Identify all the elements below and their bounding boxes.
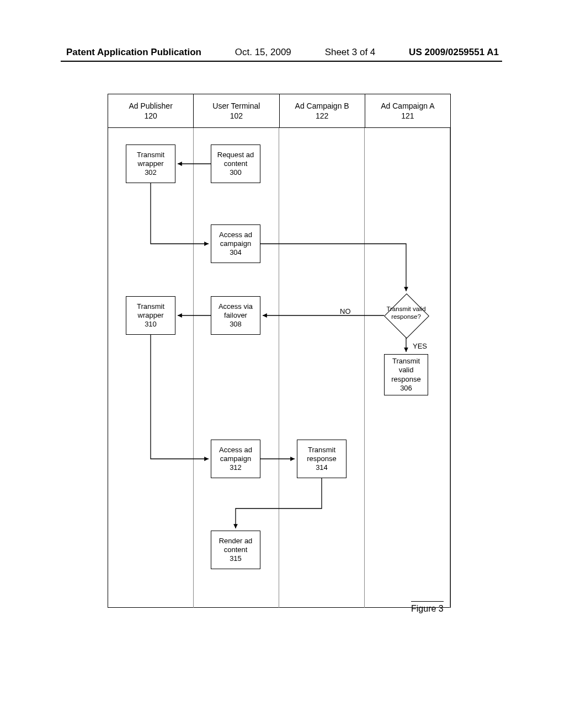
box-308-access-via-failover: Access via failover 308 — [211, 296, 260, 335]
lane-title: Ad Publisher — [129, 101, 172, 110]
lane-header-user-terminal: User Terminal 102 — [194, 94, 279, 127]
lane-header-ad-campaign-b: Ad Campaign B 122 — [280, 94, 365, 127]
lane-title: Ad Campaign A — [381, 101, 434, 110]
lane-ref-num: 121 — [401, 111, 414, 120]
box-text: Transmit wrapper — [129, 151, 173, 169]
lane-header-ad-publisher: Ad Publisher 120 — [108, 94, 194, 127]
document-number: US 2009/0259551 A1 — [409, 47, 499, 58]
lane-title: Ad Campaign B — [295, 101, 349, 110]
decision-yes-label: YES — [413, 342, 427, 350]
box-302-transmit-wrapper: Transmit wrapper 302 — [126, 144, 175, 183]
sheet-number: Sheet 3 of 4 — [325, 47, 376, 58]
figure-label: Figure 3 — [411, 601, 444, 614]
box-315-render-ad-content: Render ad content 315 — [211, 531, 260, 569]
lanes-body: Request ad content 300 Transmit wrapper … — [108, 128, 450, 608]
page-header: Patent Application Publication Oct. 15, … — [0, 47, 565, 58]
box-ref-num: 310 — [129, 320, 173, 329]
box-text: Access ad campaign — [214, 446, 258, 464]
box-ref-num: 308 — [214, 320, 258, 329]
box-ref-num: 312 — [214, 463, 258, 472]
lane-header-ad-campaign-a: Ad Campaign A 121 — [365, 94, 450, 127]
box-text: Access via failover — [214, 302, 258, 320]
publication-label: Patent Application Publication — [66, 47, 201, 58]
box-ref-num: 300 — [214, 168, 258, 177]
publication-date: Oct. 15, 2009 — [235, 47, 291, 58]
header-rule — [61, 61, 502, 62]
box-ref-num: 315 — [214, 554, 258, 563]
decision-transmit-valid-response: Transmit valid response? — [384, 293, 428, 338]
box-ref-num: 302 — [129, 168, 173, 177]
lane-ref-num: 122 — [316, 111, 328, 120]
box-312-access-ad-campaign: Access ad campaign 312 — [211, 440, 260, 478]
box-300-request-ad-content: Request ad content 300 — [211, 144, 260, 183]
box-text: Access ad campaign — [214, 231, 258, 249]
lane-ad-campaign-b — [279, 128, 365, 608]
box-text: Request ad content — [214, 151, 258, 169]
swimlane-headers: Ad Publisher 120 User Terminal 102 Ad Ca… — [108, 94, 450, 128]
box-text: Transmit valid response — [387, 357, 425, 384]
box-text: Transmit wrapper — [129, 302, 173, 320]
lane-ad-publisher — [108, 128, 194, 608]
box-304-access-ad-campaign: Access ad campaign 304 — [211, 224, 260, 263]
decision-text: Transmit valid response? — [384, 306, 428, 321]
box-310-transmit-wrapper: Transmit wrapper 310 — [126, 296, 175, 335]
lane-ref-num: 102 — [230, 111, 243, 120]
lane-title: User Terminal — [212, 101, 260, 110]
box-ref-num: 306 — [387, 384, 425, 393]
lane-ref-num: 120 — [144, 111, 157, 120]
box-text: Transmit response — [300, 446, 344, 464]
swimlane-diagram: Ad Publisher 120 User Terminal 102 Ad Ca… — [108, 94, 451, 608]
box-314-transmit-response: Transmit response 314 — [297, 440, 347, 478]
box-ref-num: 304 — [214, 248, 258, 257]
box-ref-num: 314 — [300, 463, 344, 472]
decision-no-label: NO — [340, 307, 351, 315]
box-text: Render ad content — [214, 537, 258, 555]
box-306-transmit-valid-response: Transmit valid response 306 — [384, 354, 428, 395]
